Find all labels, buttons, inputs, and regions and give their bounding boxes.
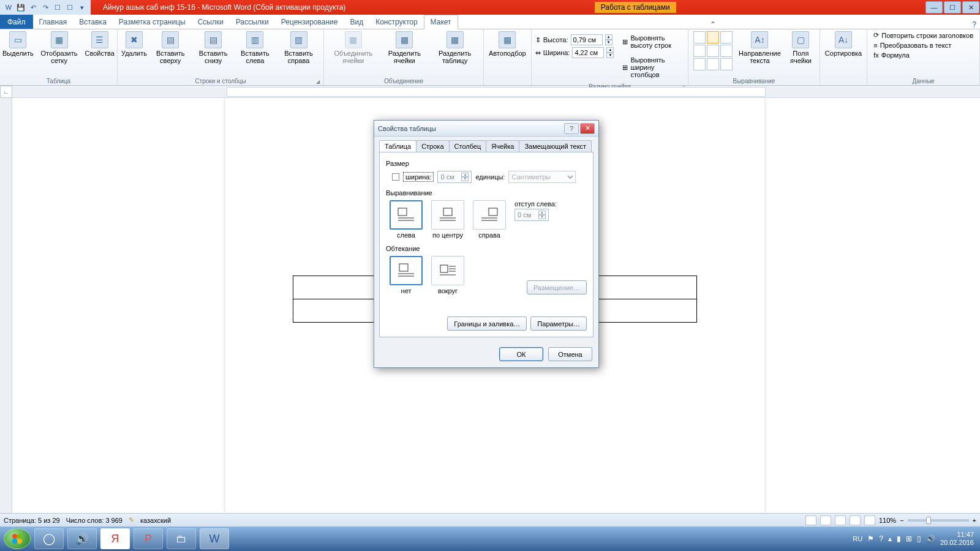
taskbar-explorer[interactable]: 🗀 <box>167 528 196 549</box>
tray-action-icon[interactable]: ⊞ <box>906 534 912 543</box>
tab-review[interactable]: Рецензирование <box>275 15 344 29</box>
insert-left-button[interactable]: ▥Вставить слева <box>234 30 276 77</box>
view-outline-icon[interactable] <box>850 515 861 525</box>
taskbar-powerpoint[interactable]: P <box>134 528 163 549</box>
proofing-icon[interactable]: ✎ <box>129 516 134 524</box>
dialog-tab-column[interactable]: Столбец <box>449 140 487 152</box>
dialog-help-button[interactable]: ? <box>564 123 579 134</box>
autofit-button[interactable]: ▦Автоподбор <box>486 30 529 77</box>
cancel-button[interactable]: Отмена <box>548 347 592 361</box>
borders-shading-button[interactable]: Границы и заливка… <box>447 317 527 331</box>
sort-button[interactable]: A↓Сортировка <box>823 30 864 77</box>
options-button[interactable]: Параметры… <box>530 317 587 331</box>
file-tab[interactable]: Файл <box>0 15 33 29</box>
minimize-ribbon-icon[interactable]: ⌃ <box>706 20 720 29</box>
view-fullscreen-icon[interactable] <box>820 515 831 525</box>
insert-below-button[interactable]: ▤Вставить снизу <box>192 30 234 77</box>
tab-design[interactable]: Конструктор <box>369 15 423 29</box>
tab-view[interactable]: Вид <box>344 15 369 29</box>
insert-above-button[interactable]: ▤Вставить сверху <box>148 30 192 77</box>
split-table-button[interactable]: ▦Разделить таблицу <box>429 30 481 77</box>
align-right-option[interactable] <box>473 200 506 230</box>
align-left-option[interactable] <box>390 200 423 230</box>
dialog-tab-cell[interactable]: Ячейка <box>486 140 519 152</box>
view-draft-icon[interactable] <box>864 515 875 525</box>
zoom-level[interactable]: 110% <box>879 517 896 524</box>
vertical-ruler[interactable] <box>0 98 12 513</box>
qat-dropdown-icon[interactable]: ▾ <box>77 2 88 13</box>
taskbar-volume[interactable]: 🔊 <box>67 528 97 549</box>
dialog-launcher-icon[interactable]: ◢ <box>316 79 320 84</box>
tray-flag-icon[interactable]: ⚑ <box>867 534 874 543</box>
tab-references[interactable]: Ссылки <box>192 15 230 29</box>
dialog-tab-alt-text[interactable]: Замещающий текст <box>519 140 592 152</box>
properties-button[interactable]: ☰Свойства <box>85 30 115 77</box>
select-button[interactable]: ▭Выделить <box>2 30 34 77</box>
qat-item-icon[interactable]: ☐ <box>52 2 63 13</box>
dialog-close-button[interactable]: ✕ <box>580 123 595 134</box>
tab-layout[interactable]: Макет <box>424 15 458 29</box>
view-web-icon[interactable] <box>835 515 846 525</box>
split-cells-icon: ▦ <box>396 31 413 48</box>
close-button[interactable]: ✕ <box>962 1 979 13</box>
taskbar-word[interactable]: W <box>200 528 229 549</box>
align-center-option[interactable] <box>431 200 464 230</box>
help-icon[interactable]: ? <box>968 20 980 29</box>
text-direction-button[interactable]: A↕Направление текста <box>735 30 785 77</box>
convert-to-text-button[interactable]: ≡Преобразовать в текст <box>873 42 973 49</box>
col-width-input[interactable] <box>572 47 604 58</box>
distribute-rows-button[interactable]: ⊞Выровнять высоту строк <box>622 34 684 49</box>
page-counter[interactable]: Страница: 5 из 29 <box>4 517 60 524</box>
insert-right-button[interactable]: ▥Вставить справа <box>276 30 321 77</box>
tray-chevron-icon[interactable]: ▴ <box>888 534 892 543</box>
save-icon[interactable]: 💾 <box>15 2 26 13</box>
view-print-layout-icon[interactable] <box>805 515 816 525</box>
width-input[interactable]: 0 см▲▼ <box>437 171 472 183</box>
split-cells-button[interactable]: ▦Разделить ячейки <box>380 30 429 77</box>
taskbar-yandex[interactable]: Я <box>100 528 130 549</box>
wrap-none-option[interactable] <box>390 256 423 285</box>
language-indicator[interactable]: казахский <box>140 517 171 524</box>
tray-battery-icon[interactable]: ▯ <box>917 534 921 543</box>
ok-button[interactable]: ОК <box>499 347 543 361</box>
undo-icon[interactable]: ↶ <box>28 2 39 13</box>
tray-clock[interactable]: 11:47 20.02.2016 <box>940 531 974 547</box>
row-height-input[interactable] <box>571 34 603 45</box>
qat-item-icon[interactable]: ☐ <box>64 2 75 13</box>
horizontal-ruler[interactable]: ∟ <box>0 86 980 98</box>
zoom-in-button[interactable]: + <box>973 517 976 524</box>
tray-volume-icon[interactable]: 🔊 <box>926 534 935 543</box>
cell-margins-button[interactable]: ▢Поля ячейки <box>785 30 817 77</box>
repeat-headers-button[interactable]: ⟳Повторить строки заголовков <box>873 31 973 39</box>
units-select[interactable]: Сантиметры <box>508 171 576 183</box>
word-count[interactable]: Число слов: 3 969 <box>66 517 123 524</box>
tray-network-icon[interactable]: ▮ <box>897 534 901 543</box>
taskbar-chrome[interactable]: ◯ <box>34 528 64 549</box>
minimize-button[interactable]: — <box>925 1 943 13</box>
tab-home[interactable]: Главная <box>33 15 74 29</box>
restore-button[interactable]: ☐ <box>944 1 961 13</box>
tab-page-layout[interactable]: Разметка страницы <box>113 15 192 29</box>
dialog-tab-row[interactable]: Строка <box>416 140 449 152</box>
view-gridlines-button[interactable]: ▦Отобразить сетку <box>34 30 85 77</box>
alignment-grid[interactable] <box>693 31 733 76</box>
dialog-titlebar[interactable]: Свойства таблицы ? ✕ <box>374 121 598 137</box>
formula-button[interactable]: fxФормула <box>873 51 973 59</box>
tab-mailings[interactable]: Рассылки <box>230 15 275 29</box>
indent-input[interactable]: 0 см▲▼ <box>514 209 549 221</box>
redo-icon[interactable]: ↷ <box>40 2 51 13</box>
zoom-out-button[interactable]: − <box>900 517 903 524</box>
tray-help-icon[interactable]: ? <box>879 534 883 543</box>
start-button[interactable] <box>4 528 31 549</box>
indent-label: отступ слева: <box>514 200 557 208</box>
width-checkbox[interactable] <box>392 173 399 181</box>
wrap-around-option[interactable] <box>431 256 464 285</box>
svg-point-18 <box>17 534 22 539</box>
tray-lang[interactable]: RU <box>853 535 862 542</box>
dialog-tab-table[interactable]: Таблица <box>379 140 417 152</box>
distribute-cols-button[interactable]: ⊞Выровнять ширину столбцов <box>622 56 684 78</box>
tab-selector[interactable]: ∟ <box>0 86 12 98</box>
zoom-slider[interactable] <box>908 519 969 522</box>
delete-button[interactable]: ✖Удалить <box>120 30 148 77</box>
tab-insert[interactable]: Вставка <box>73 15 113 29</box>
